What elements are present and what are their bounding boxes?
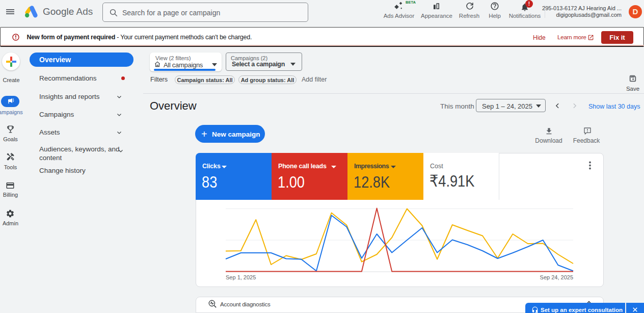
- svg-text:Sep 24, 2025: Sep 24, 2025: [540, 274, 573, 280]
- svg-text:Sep 1, 2025: Sep 1, 2025: [226, 274, 256, 280]
